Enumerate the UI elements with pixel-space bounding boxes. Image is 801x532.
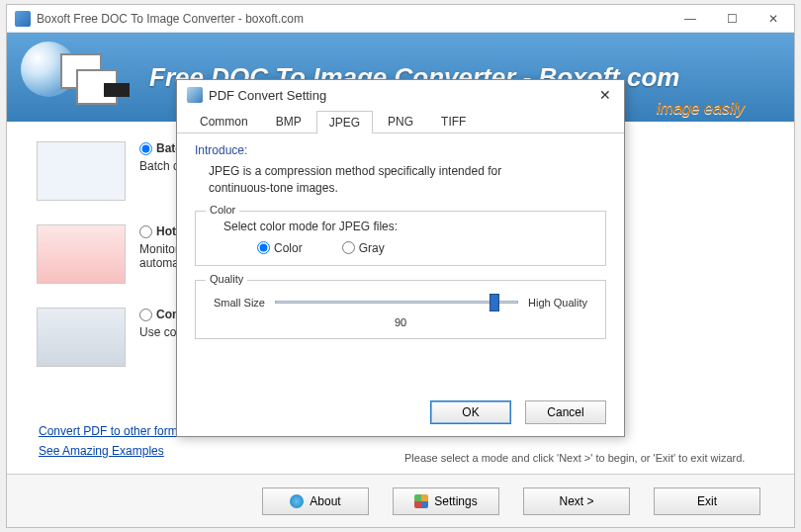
- tab-bmp[interactable]: BMP: [263, 110, 314, 133]
- app-icon: [15, 11, 31, 27]
- tab-tiff[interactable]: TIFF: [428, 110, 479, 133]
- gray-radio[interactable]: Gray: [342, 241, 385, 255]
- quality-fieldset: Quality Small Size High Quality 90: [195, 280, 606, 339]
- introduce-text: JPEG is a compression method specificall…: [209, 163, 565, 197]
- exit-button-label: Exit: [697, 494, 717, 508]
- cancel-button[interactable]: Cancel: [525, 400, 606, 424]
- color-radio-input[interactable]: [257, 241, 270, 254]
- gray-radio-label: Gray: [359, 241, 385, 255]
- next-button-label: Next >: [559, 494, 593, 508]
- link-convert-pdf[interactable]: Convert PDF to other formats: [39, 424, 194, 438]
- tab-common[interactable]: Common: [187, 110, 261, 133]
- cmd-mode-radio-input[interactable]: [139, 309, 152, 321]
- dialog-close-button[interactable]: ✕: [586, 83, 624, 107]
- color-legend: Color: [206, 204, 239, 216]
- dialog-app-icon: [187, 87, 203, 103]
- ok-button[interactable]: OK: [430, 400, 511, 424]
- color-radio-label: Color: [274, 241, 303, 255]
- tab-png[interactable]: PNG: [375, 110, 426, 133]
- titlebar: Boxoft Free DOC To Image Converter - box…: [7, 5, 794, 33]
- quality-value: 90: [208, 316, 593, 328]
- close-button[interactable]: ✕: [753, 5, 794, 33]
- hot-mode-radio-input[interactable]: [139, 225, 152, 238]
- settings-button[interactable]: Settings: [393, 488, 499, 515]
- quality-slider[interactable]: [275, 293, 518, 312]
- dialog-titlebar: PDF Convert Setting ✕: [177, 80, 624, 110]
- settings-button-label: Settings: [434, 494, 477, 508]
- dialog-tabs: Common BMP JPEG PNG TIFF: [177, 110, 624, 133]
- tab-jpeg[interactable]: JPEG: [316, 111, 373, 133]
- exit-button[interactable]: Exit: [654, 488, 760, 515]
- batch-mode-icon: [37, 141, 126, 201]
- gray-radio-input[interactable]: [342, 241, 355, 254]
- info-icon: [290, 494, 304, 508]
- batch-mode-radio-input[interactable]: [139, 142, 152, 155]
- color-mode-label: Select color mode for JPEG files:: [223, 220, 593, 233]
- settings-icon: [414, 494, 428, 508]
- pdf-convert-setting-dialog: PDF Convert Setting ✕ Common BMP JPEG PN…: [176, 79, 625, 437]
- color-radio[interactable]: Color: [257, 241, 303, 255]
- maximize-button[interactable]: ☐: [711, 5, 753, 33]
- hot-mode-icon: [37, 224, 126, 284]
- cmd-mode-icon: [37, 308, 126, 367]
- minimize-button[interactable]: —: [669, 5, 711, 33]
- about-button-label: About: [310, 494, 340, 508]
- about-button[interactable]: About: [262, 488, 369, 515]
- bottom-toolbar: About Settings Next > Exit: [7, 474, 794, 527]
- link-examples[interactable]: See Amazing Examples: [39, 444, 194, 458]
- introduce-label: Introduce:: [195, 143, 606, 157]
- next-button[interactable]: Next >: [523, 488, 630, 515]
- wizard-hint: Please select a mode and click 'Next >' …: [404, 452, 745, 464]
- quality-slider-thumb[interactable]: [490, 294, 499, 311]
- quality-min-label: Small Size: [214, 297, 265, 309]
- quality-max-label: High Quality: [528, 297, 587, 309]
- color-fieldset: Color Select color mode for JPEG files: …: [195, 211, 606, 266]
- window-title: Boxoft Free DOC To Image Converter - box…: [37, 12, 304, 26]
- banner-subtitle: image easily: [657, 100, 745, 118]
- banner-art: [21, 38, 130, 117]
- dialog-title: PDF Convert Setting: [209, 88, 326, 103]
- quality-legend: Quality: [206, 273, 247, 285]
